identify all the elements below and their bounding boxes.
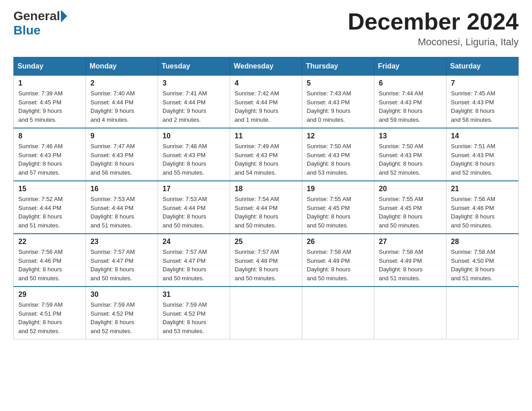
day-number: 11	[235, 132, 297, 140]
day-number: 19	[307, 185, 369, 193]
day-info: Sunrise: 7:51 AMSunset: 4:43 PMDaylight:…	[451, 143, 495, 176]
day-number: 18	[235, 185, 297, 193]
day-info: Sunrise: 7:57 AMSunset: 4:48 PMDaylight:…	[235, 248, 279, 282]
calendar-cell: 18 Sunrise: 7:54 AMSunset: 4:44 PMDaylig…	[230, 181, 302, 234]
day-info: Sunrise: 7:56 AMSunset: 4:46 PMDaylight:…	[451, 196, 495, 229]
day-number: 9	[90, 132, 153, 140]
calendar-week-row: 15 Sunrise: 7:52 AMSunset: 4:44 PMDaylig…	[14, 181, 519, 234]
day-number: 21	[451, 185, 514, 193]
logo-blue-text: Blue	[13, 23, 41, 37]
day-info: Sunrise: 7:42 AMSunset: 4:44 PMDaylight:…	[235, 90, 279, 123]
day-info: Sunrise: 7:48 AMSunset: 4:43 PMDaylight:…	[163, 143, 207, 176]
day-number: 27	[379, 238, 442, 246]
calendar-cell: 29 Sunrise: 7:59 AMSunset: 4:51 PMDaylig…	[14, 287, 86, 339]
column-header-sunday: Sunday	[14, 57, 86, 75]
calendar-cell: 25 Sunrise: 7:57 AMSunset: 4:48 PMDaylig…	[230, 234, 302, 287]
column-header-thursday: Thursday	[302, 57, 374, 75]
day-info: Sunrise: 7:47 AMSunset: 4:43 PMDaylight:…	[90, 143, 135, 176]
day-info: Sunrise: 7:46 AMSunset: 4:43 PMDaylight:…	[18, 143, 63, 176]
day-info: Sunrise: 7:57 AMSunset: 4:47 PMDaylight:…	[163, 248, 207, 282]
calendar-header-row: SundayMondayTuesdayWednesdayThursdayFrid…	[14, 57, 519, 75]
day-number: 2	[90, 79, 153, 87]
calendar-cell: 7 Sunrise: 7:45 AMSunset: 4:43 PMDayligh…	[446, 75, 519, 128]
calendar-cell: 31 Sunrise: 7:59 AMSunset: 4:52 PMDaylig…	[158, 287, 230, 339]
day-info: Sunrise: 7:52 AMSunset: 4:44 PMDaylight:…	[18, 196, 63, 229]
day-info: Sunrise: 7:49 AMSunset: 4:43 PMDaylight:…	[235, 143, 279, 176]
calendar-cell: 21 Sunrise: 7:56 AMSunset: 4:46 PMDaylig…	[446, 181, 519, 234]
day-info: Sunrise: 7:58 AMSunset: 4:49 PMDaylight:…	[379, 248, 423, 282]
day-info: Sunrise: 7:57 AMSunset: 4:47 PMDaylight:…	[90, 248, 135, 282]
day-number: 13	[379, 132, 442, 140]
day-number: 14	[451, 132, 514, 140]
day-info: Sunrise: 7:59 AMSunset: 4:52 PMDaylight:…	[90, 301, 135, 334]
day-info: Sunrise: 7:59 AMSunset: 4:52 PMDaylight:…	[163, 301, 207, 334]
day-info: Sunrise: 7:43 AMSunset: 4:43 PMDaylight:…	[307, 90, 351, 123]
day-number: 7	[451, 79, 514, 87]
calendar-cell: 8 Sunrise: 7:46 AMSunset: 4:43 PMDayligh…	[14, 128, 86, 181]
calendar-cell: 6 Sunrise: 7:44 AMSunset: 4:43 PMDayligh…	[374, 75, 446, 128]
day-info: Sunrise: 7:59 AMSunset: 4:51 PMDaylight:…	[18, 301, 63, 334]
calendar-cell: 9 Sunrise: 7:47 AMSunset: 4:43 PMDayligh…	[86, 128, 158, 181]
calendar-cell: 22 Sunrise: 7:56 AMSunset: 4:46 PMDaylig…	[14, 234, 86, 287]
logo-general-text: General	[13, 9, 60, 23]
calendar-cell: 3 Sunrise: 7:41 AMSunset: 4:44 PMDayligh…	[158, 75, 230, 128]
day-info: Sunrise: 7:50 AMSunset: 4:43 PMDaylight:…	[307, 143, 351, 176]
day-number: 28	[451, 238, 514, 246]
day-info: Sunrise: 7:41 AMSunset: 4:44 PMDaylight:…	[163, 90, 207, 123]
calendar-week-row: 29 Sunrise: 7:59 AMSunset: 4:51 PMDaylig…	[14, 287, 519, 339]
month-title: December 2024	[348, 9, 519, 34]
calendar-table: SundayMondayTuesdayWednesdayThursdayFrid…	[13, 57, 519, 339]
calendar-cell: 20 Sunrise: 7:55 AMSunset: 4:45 PMDaylig…	[374, 181, 446, 234]
calendar-cell: 11 Sunrise: 7:49 AMSunset: 4:43 PMDaylig…	[230, 128, 302, 181]
day-info: Sunrise: 7:58 AMSunset: 4:50 PMDaylight:…	[451, 248, 495, 282]
day-number: 1	[18, 79, 81, 87]
calendar-cell	[302, 287, 374, 339]
day-number: 25	[235, 238, 297, 246]
column-header-monday: Monday	[86, 57, 158, 75]
page-header: General Blue December 2024 Moconesi, Lig…	[13, 9, 519, 48]
day-number: 15	[18, 185, 81, 193]
day-number: 3	[163, 79, 225, 87]
calendar-cell: 17 Sunrise: 7:53 AMSunset: 4:44 PMDaylig…	[158, 181, 230, 234]
column-header-friday: Friday	[374, 57, 446, 75]
day-number: 22	[18, 238, 81, 246]
day-info: Sunrise: 7:53 AMSunset: 4:44 PMDaylight:…	[90, 196, 135, 229]
calendar-cell: 15 Sunrise: 7:52 AMSunset: 4:44 PMDaylig…	[14, 181, 86, 234]
calendar-week-row: 8 Sunrise: 7:46 AMSunset: 4:43 PMDayligh…	[14, 128, 519, 181]
day-info: Sunrise: 7:50 AMSunset: 4:43 PMDaylight:…	[379, 143, 423, 176]
day-number: 6	[379, 79, 442, 87]
calendar-cell: 24 Sunrise: 7:57 AMSunset: 4:47 PMDaylig…	[158, 234, 230, 287]
logo-arrow-icon	[61, 10, 67, 22]
calendar-week-row: 1 Sunrise: 7:39 AMSunset: 4:45 PMDayligh…	[14, 75, 519, 128]
day-info: Sunrise: 7:40 AMSunset: 4:44 PMDaylight:…	[90, 90, 135, 123]
day-number: 16	[90, 185, 153, 193]
day-info: Sunrise: 7:39 AMSunset: 4:45 PMDaylight:…	[18, 90, 63, 123]
location-subtitle: Moconesi, Liguria, Italy	[348, 36, 519, 48]
calendar-cell: 19 Sunrise: 7:55 AMSunset: 4:45 PMDaylig…	[302, 181, 374, 234]
logo: General Blue	[13, 9, 68, 38]
calendar-cell: 4 Sunrise: 7:42 AMSunset: 4:44 PMDayligh…	[230, 75, 302, 128]
calendar-cell	[374, 287, 446, 339]
day-info: Sunrise: 7:58 AMSunset: 4:49 PMDaylight:…	[307, 248, 351, 282]
calendar-cell: 23 Sunrise: 7:57 AMSunset: 4:47 PMDaylig…	[86, 234, 158, 287]
calendar-cell: 10 Sunrise: 7:48 AMSunset: 4:43 PMDaylig…	[158, 128, 230, 181]
day-number: 31	[163, 291, 225, 299]
day-number: 29	[18, 291, 81, 299]
calendar-cell: 16 Sunrise: 7:53 AMSunset: 4:44 PMDaylig…	[86, 181, 158, 234]
calendar-cell: 14 Sunrise: 7:51 AMSunset: 4:43 PMDaylig…	[446, 128, 519, 181]
calendar-cell: 1 Sunrise: 7:39 AMSunset: 4:45 PMDayligh…	[14, 75, 86, 128]
column-header-wednesday: Wednesday	[230, 57, 302, 75]
calendar-cell: 26 Sunrise: 7:58 AMSunset: 4:49 PMDaylig…	[302, 234, 374, 287]
day-number: 20	[379, 185, 442, 193]
column-header-tuesday: Tuesday	[158, 57, 230, 75]
day-info: Sunrise: 7:45 AMSunset: 4:43 PMDaylight:…	[451, 90, 495, 123]
day-info: Sunrise: 7:55 AMSunset: 4:45 PMDaylight:…	[379, 196, 423, 229]
calendar-cell: 28 Sunrise: 7:58 AMSunset: 4:50 PMDaylig…	[446, 234, 519, 287]
calendar-cell: 27 Sunrise: 7:58 AMSunset: 4:49 PMDaylig…	[374, 234, 446, 287]
day-number: 8	[18, 132, 81, 140]
day-number: 4	[235, 79, 297, 87]
day-number: 26	[307, 238, 369, 246]
day-number: 5	[307, 79, 369, 87]
calendar-cell	[230, 287, 302, 339]
calendar-cell	[446, 287, 519, 339]
